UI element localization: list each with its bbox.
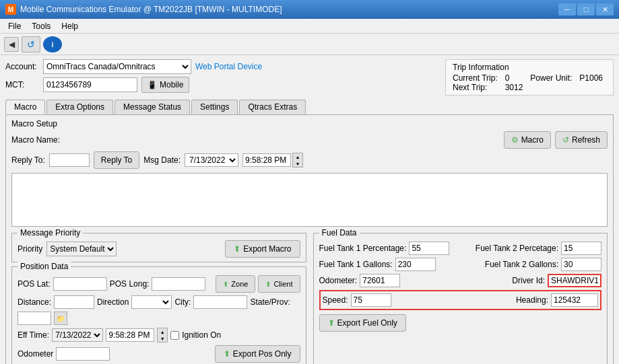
zone-icon: ⬆ (223, 281, 228, 288)
heading-input[interactable] (551, 293, 598, 307)
macro-button[interactable]: ⚙ Macro (504, 131, 551, 149)
message-priority-group: Message Priority Priority System Default… (11, 233, 306, 262)
time-up-button[interactable]: ▲ (293, 153, 302, 160)
tank2-pct-input[interactable] (561, 242, 601, 255)
msg-date-label: Msg Date: (143, 155, 181, 165)
pos-lat-row: POS Lat: POS Long: ⬆ Zone ⬆ Clie (18, 275, 300, 293)
eff-date-select[interactable]: 7/13/2022 (52, 328, 103, 342)
speed-input[interactable] (351, 293, 391, 307)
eff-time-label: Eff Time: (18, 330, 49, 340)
info-button[interactable]: i (43, 36, 62, 52)
tank1-gal-input[interactable] (395, 258, 436, 271)
ignition-checkbox[interactable] (170, 331, 179, 340)
current-trip-value: 0 (505, 73, 527, 83)
back-button[interactable]: ↺ (22, 36, 40, 52)
client-button[interactable]: ⬆ Client (258, 275, 300, 293)
macro-name-row: Macro Name: ⚙ Macro ↺ Refresh (11, 131, 608, 149)
tab-extra-options[interactable]: Extra Options (46, 100, 113, 114)
ignition-label: Ignition On (182, 330, 221, 340)
title-bar-text: Mobile Communications Emulator @ TM2022J… (20, 5, 558, 14)
priority-select[interactable]: System Default High Normal Low (46, 242, 117, 256)
reply-to-row: Reply To: Reply To Msg Date: 7/13/2022 ▲… (11, 151, 608, 169)
tab-qtracs-extras[interactable]: Qtracs Extras (239, 100, 306, 114)
zone-button[interactable]: ⬆ Zone (216, 275, 255, 293)
driver-id-label: Driver Id: (512, 276, 545, 285)
pos-lat-input[interactable] (53, 277, 107, 291)
mct-section: MCT: 📱 Mobile (5, 77, 438, 93)
time-down-button[interactable]: ▼ (293, 160, 302, 167)
tank1-pct-input[interactable] (409, 242, 449, 255)
pos-long-label: POS Long: (110, 279, 150, 289)
close-button[interactable]: ✕ (596, 3, 614, 15)
odometer-driver-row: Odometer: Driver Id: (319, 274, 602, 287)
macro-name-label: Macro Name: (11, 135, 60, 145)
next-trip-value: 3012 (505, 83, 527, 92)
fuel-odometer-input[interactable] (360, 274, 400, 287)
left-section: Message Priority Priority System Default… (11, 233, 306, 364)
tab-message-status[interactable]: Message Status (115, 100, 190, 114)
state-prov-input[interactable] (18, 312, 51, 325)
client-icon: ⬆ (265, 281, 271, 288)
mct-input[interactable] (43, 77, 137, 92)
toolbar: ◀ ↺ i (0, 34, 619, 55)
tank2-gal-input[interactable] (561, 258, 601, 271)
reply-to-button[interactable]: Reply To (94, 151, 139, 169)
msg-time-input[interactable] (242, 153, 291, 167)
tank2-pct-label: Fuel Tank 2 Percetage: (476, 244, 558, 253)
direction-select[interactable] (131, 295, 172, 309)
eff-time-up-button[interactable]: ▲ (158, 328, 167, 335)
msg-time-field: ▲ ▼ (242, 153, 303, 168)
tab-content: Macro Setup Macro Name: ⚙ Macro ↺ Refres… (5, 114, 614, 364)
reply-to-label: Reply To: (11, 155, 45, 165)
message-textarea[interactable] (11, 173, 608, 227)
odometer-row: Odometer ⬆ Export Pos Only (18, 345, 300, 363)
reply-to-input[interactable] (49, 153, 90, 167)
next-trip-label: Next Trip: (453, 83, 501, 92)
tab-macro[interactable]: Macro (5, 100, 45, 114)
eff-time-down-button[interactable]: ▼ (158, 335, 167, 342)
current-trip-label: Current Trip: (453, 73, 501, 83)
maximize-button[interactable]: □ (577, 3, 595, 15)
state-prov-label: State/Prov: (250, 297, 290, 307)
mct-label: MCT: (5, 80, 39, 89)
trip-info-box: Trip Information Current Trip: 0 Power U… (445, 59, 614, 96)
tab-settings[interactable]: Settings (191, 100, 238, 114)
web-portal-link[interactable]: Web Portal Device (195, 62, 262, 71)
export-macro-button[interactable]: ⬆ Export Macro (225, 240, 300, 258)
trip-info-title: Trip Information (453, 63, 606, 72)
state-browse-button[interactable]: 📁 (54, 312, 67, 325)
fuel-gal-row: Fuel Tank 1 Gallons: Fuel Tank 2 Gallons… (319, 258, 602, 271)
odometer-pos-input[interactable] (56, 347, 110, 361)
export-pos-icon: ⬆ (224, 349, 230, 359)
city-input[interactable] (193, 295, 247, 309)
distance-label: Distance: (18, 297, 51, 307)
distance-input[interactable] (54, 295, 94, 309)
fuel-data-group: Fuel Data Fuel Tank 1 Percentage: Fuel T… (313, 233, 608, 364)
menu-file[interactable]: File (3, 20, 26, 32)
msg-date-select[interactable]: 7/13/2022 (185, 153, 238, 167)
macro-icon: ⚙ (511, 135, 519, 145)
power-unit-value: P1006 (579, 73, 606, 83)
minimize-button[interactable]: ─ (558, 3, 576, 15)
refresh-circle-icon: ↺ (562, 135, 569, 145)
menu-help[interactable]: Help (56, 20, 84, 32)
mobile-button[interactable]: 📱 Mobile (141, 77, 189, 93)
export-pos-button[interactable]: ⬆ Export Pos Only (215, 345, 300, 363)
menu-tools[interactable]: Tools (26, 20, 56, 32)
refresh-button[interactable]: ↺ Refresh (555, 131, 608, 149)
macro-setup-row: Macro Setup (11, 119, 608, 129)
pos-long-input[interactable] (152, 277, 205, 291)
export-macro-icon: ⬆ (234, 244, 240, 254)
driver-id-input[interactable] (548, 274, 601, 287)
title-bar-buttons: ─ □ ✕ (558, 3, 614, 15)
account-section: Account: OmniTracs Canada/Omnitracs Web … (5, 59, 438, 74)
account-select[interactable]: OmniTracs Canada/Omnitracs (43, 59, 191, 74)
priority-label: Priority (18, 244, 42, 254)
ignition-checkbox-label[interactable]: Ignition On (170, 330, 221, 340)
export-fuel-button[interactable]: ⬆ Export Fuel Only (319, 314, 406, 332)
refresh-icon: ↺ (27, 39, 35, 50)
eff-time-input[interactable] (106, 328, 154, 342)
fuel-pct-row: Fuel Tank 1 Percentage: Fuel Tank 2 Perc… (319, 242, 602, 255)
tank1-gal-label: Fuel Tank 1 Gallons: (319, 260, 393, 269)
msg-date-spinner[interactable]: 7/13/2022 (185, 153, 238, 167)
